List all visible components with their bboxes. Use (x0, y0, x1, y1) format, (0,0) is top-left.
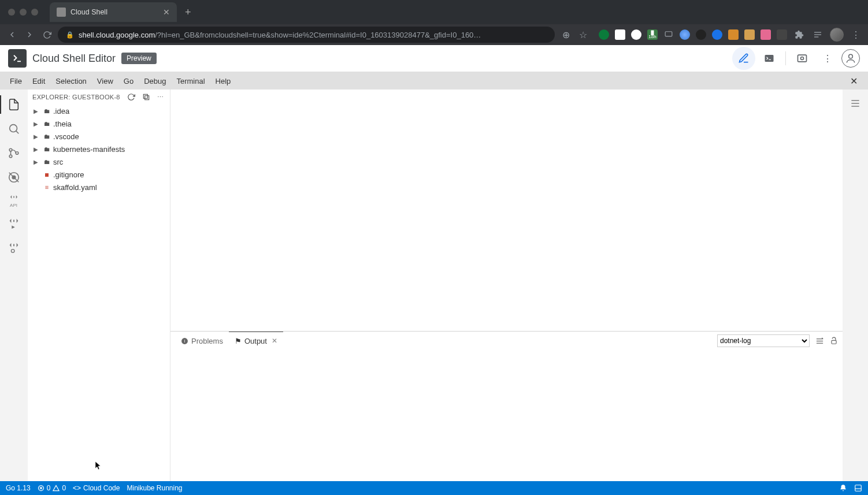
reload-button[interactable] (40, 28, 53, 41)
menu-debug[interactable]: Debug (139, 75, 171, 88)
output-icon: ⚑ (235, 337, 242, 345)
tree-folder[interactable]: ▶🖿.vscode (28, 130, 170, 143)
window-minimize-button[interactable] (20, 9, 27, 16)
extension-icon[interactable] (744, 29, 755, 40)
svg-point-10 (9, 125, 17, 132)
cloud-run-icon[interactable] (5, 214, 23, 232)
right-rail (843, 90, 868, 481)
explorer-sidebar: EXPLORER: GUESTBOOK-8 ⋯ ▶🖿.idea ▶🖿.theia… (28, 90, 170, 481)
profile-avatar[interactable] (830, 28, 844, 42)
notifications-icon[interactable] (839, 484, 847, 492)
tree-folder[interactable]: ▶🖿kubernetes-manifests (28, 143, 170, 155)
extension-icon[interactable] (696, 29, 706, 40)
activity-bar: API (0, 90, 28, 481)
menu-terminal[interactable]: Terminal (171, 75, 210, 88)
menu-help[interactable]: Help (210, 75, 236, 88)
status-problems[interactable]: 0 0 (38, 484, 66, 492)
lock-icon: 🔒 (66, 31, 74, 39)
refresh-icon[interactable] (125, 93, 137, 101)
svg-line-11 (16, 131, 18, 134)
extension-icon[interactable] (761, 29, 771, 40)
menu-view[interactable]: View (92, 75, 118, 88)
editor-empty-area (170, 90, 843, 331)
status-minikube[interactable]: Minikube Running (127, 484, 182, 492)
bookmark-star-icon[interactable]: ☆ (577, 28, 589, 41)
source-control-icon[interactable] (5, 144, 23, 162)
svg-rect-28 (832, 340, 836, 344)
add-to-home-icon[interactable]: ⊕ (559, 28, 572, 41)
terminal-toggle-button[interactable] (758, 47, 781, 70)
editor-toggle-button[interactable] (732, 47, 755, 70)
window-maximize-button[interactable] (31, 9, 38, 16)
tree-folder[interactable]: ▶🖿.theia (28, 117, 170, 130)
bottom-panel: i Problems ⚑ Output ✕ dotnet-log (170, 331, 843, 481)
tree-file[interactable]: ◆.gitignore (28, 168, 170, 181)
extension-icon[interactable]: █18h (647, 29, 658, 40)
cloud-apis-icon[interactable] (5, 192, 23, 205)
close-editor-button[interactable]: ✕ (844, 76, 863, 87)
browser-tab[interactable]: Cloud Shell ✕ (50, 2, 177, 22)
extension-icon[interactable] (680, 29, 690, 40)
more-actions-icon[interactable]: ⋯ (155, 94, 165, 101)
more-options-button[interactable]: ⋮ (816, 47, 839, 70)
layout-toggle-icon[interactable] (854, 484, 862, 492)
outline-icon[interactable] (846, 94, 865, 113)
app-header: Cloud Shell Editor Preview ⋮ (0, 45, 868, 72)
extension-icon[interactable] (663, 29, 674, 40)
new-tab-button[interactable]: + (185, 6, 191, 18)
output-tab-close[interactable]: ✕ (272, 337, 277, 345)
cloud-code-settings-icon[interactable] (5, 238, 23, 256)
menu-selection[interactable]: Selection (50, 75, 91, 88)
svg-point-8 (801, 57, 804, 60)
svg-marker-18 (12, 226, 14, 229)
extension-icon[interactable] (599, 29, 609, 40)
chrome-menu-icon[interactable]: ⋮ (850, 28, 862, 41)
svg-point-13 (9, 155, 12, 158)
tree-folder[interactable]: ▶🖿.idea (28, 105, 170, 117)
cloud-code-icon: <> (73, 484, 81, 492)
url-bar[interactable]: 🔒 shell.cloud.google.com/?hl=en_GB&fromc… (58, 27, 555, 43)
status-go-version[interactable]: Go 1.13 (6, 484, 31, 492)
extension-icon[interactable] (712, 29, 722, 40)
svg-rect-21 (145, 96, 149, 100)
tab-favicon-icon (57, 8, 66, 17)
debug-icon[interactable] (5, 168, 23, 187)
search-icon[interactable] (5, 120, 23, 138)
tree-folder[interactable]: ▶🖿src (28, 155, 170, 168)
forward-button[interactable] (23, 28, 36, 41)
status-cloud-code[interactable]: <> Cloud Code (73, 484, 120, 492)
extension-icon[interactable] (631, 29, 641, 40)
output-channel-select[interactable]: dotnet-log (717, 334, 810, 347)
svg-rect-35 (855, 485, 862, 492)
svg-rect-20 (143, 94, 147, 98)
window-close-button[interactable] (8, 9, 15, 16)
tab-close-button[interactable]: ✕ (163, 8, 170, 17)
problems-tab[interactable]: i Problems (175, 332, 229, 350)
extension-icon[interactable] (615, 29, 625, 40)
tree-file[interactable]: ≡skaffold.yaml (28, 181, 170, 193)
web-preview-button[interactable] (791, 47, 814, 70)
browser-titlebar: Cloud Shell ✕ + (0, 0, 868, 24)
explorer-title: EXPLORER: GUESTBOOK-8 (32, 94, 122, 101)
separator (785, 51, 786, 65)
explorer-icon[interactable] (5, 95, 23, 114)
output-tab[interactable]: ⚑ Output ✕ (229, 332, 283, 350)
account-avatar[interactable] (841, 49, 860, 68)
extension-icon[interactable] (777, 29, 787, 40)
problems-icon: i (181, 337, 188, 345)
file-tree: ▶🖿.idea ▶🖿.theia ▶🖿.vscode ▶🖿kubernetes-… (28, 105, 170, 481)
back-button[interactable] (6, 28, 18, 41)
cloud-shell-logo-icon (8, 49, 27, 68)
svg-point-12 (9, 148, 12, 151)
output-content[interactable] (170, 350, 843, 481)
menu-go[interactable]: Go (118, 75, 139, 88)
extension-icon[interactable] (728, 29, 739, 40)
extensions-puzzle-icon[interactable] (793, 28, 806, 41)
reading-list-icon[interactable] (811, 28, 824, 41)
svg-rect-0 (665, 32, 672, 36)
lock-scroll-icon[interactable] (830, 337, 838, 345)
clear-output-icon[interactable] (815, 337, 824, 345)
menu-file[interactable]: File (5, 75, 27, 88)
collapse-all-icon[interactable] (140, 93, 152, 101)
menu-edit[interactable]: Edit (27, 75, 50, 88)
